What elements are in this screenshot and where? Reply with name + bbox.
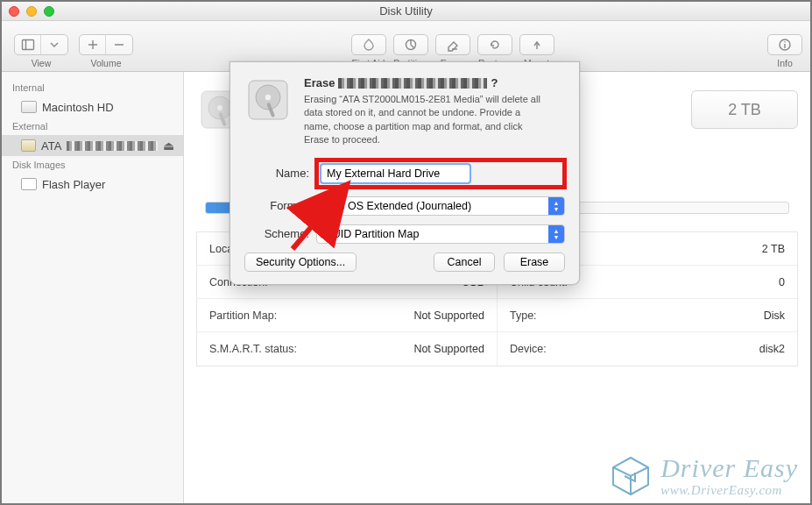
format-label: Format: [244,199,309,212]
info-label: Info [777,58,793,68]
chevron-down-icon[interactable] [41,35,67,54]
external-disk-icon [21,139,36,152]
name-label: Name: [244,167,309,180]
view-mode-segment[interactable] [14,34,68,55]
dropdown-arrows-icon: ▲▼ [548,225,564,243]
info-row: S.M.A.R.T. status:Not Supported [197,332,497,366]
svg-point-10 [784,41,786,43]
watermark-brand: Driver Easy [660,453,798,483]
sidebar-item-flash-player[interactable]: Flash Player [2,174,183,195]
titlebar: Disk Utility [2,2,810,21]
dialog-description: Erasing “ATA ST2000LM015-2E81 Media” wil… [304,93,549,147]
dropdown-arrows-icon: ▲▼ [548,197,564,215]
cancel-button[interactable]: Cancel [434,252,495,272]
erase-confirm-button[interactable]: Erase [504,252,565,272]
erase-button[interactable] [435,34,470,55]
sidebar-section-external: External [2,117,183,135]
sidebar-section-disk-images: Disk Images [2,156,183,174]
sidebar-item-external-disk[interactable]: ATA ⏏ [2,135,183,156]
watermark-url: www.DriverEasy.com [660,483,782,498]
mount-button[interactable] [519,34,554,55]
watermark-logo-icon [610,455,652,497]
format-value: Mac OS Extended (Journaled) [324,200,471,212]
sidebar-item-macintosh-hd[interactable]: Macintosh HD [2,96,183,117]
sidebar-item-label: Macintosh HD [42,101,114,114]
scheme-select[interactable]: GUID Partition Map ▲▼ [316,224,565,244]
sidebar-item-label: Flash Player [42,178,105,191]
volume-remove-icon[interactable] [106,35,132,54]
redacted-text [338,78,487,89]
volume-segment[interactable] [79,34,133,55]
volume-add-icon[interactable] [80,35,106,54]
dialog-disk-icon [244,76,292,124]
redacted-text [67,141,158,151]
svg-rect-0 [22,40,33,50]
svg-point-13 [217,105,222,110]
watermark: Driver Easy www.DriverEasy.com [610,453,798,498]
window-root: Disk Utility View [0,0,812,505]
capacity-badge: 2 TB [691,90,798,129]
info-row: Partition Map:Not Supported [197,299,497,332]
scheme-label: Scheme: [244,227,309,240]
erase-dialog: Erase ? Erasing “ATA ST2000LM015-2E81 Me… [229,61,580,285]
name-input[interactable] [321,164,470,183]
sidebar-item-label-prefix: ATA [41,139,61,153]
volume-label: Volume [90,58,121,68]
format-select[interactable]: Mac OS Extended (Journaled) ▲▼ [316,196,565,216]
svg-point-19 [265,95,271,100]
sidebar-toggle-icon[interactable] [15,35,41,54]
annotation-highlight [314,158,567,189]
partition-button[interactable] [393,34,428,55]
info-row: Type:Disk [498,299,797,332]
dmg-icon [21,178,37,190]
window-title: Disk Utility [2,4,810,18]
dialog-title: Erase ? [304,76,549,89]
sidebar-section-internal: Internal [2,79,183,96]
info-row: Device:disk2 [498,332,797,366]
sidebar: Internal Macintosh HD External ATA ⏏ Dis… [2,72,184,503]
info-button[interactable] [767,34,802,55]
internal-disk-icon [21,101,37,113]
first-aid-button[interactable] [351,34,386,55]
restore-button[interactable] [477,34,512,55]
scheme-value: GUID Partition Map [324,228,419,240]
security-options-button[interactable]: Security Options... [244,252,357,272]
eject-icon[interactable]: ⏏ [163,139,174,153]
view-label: View [32,58,52,68]
